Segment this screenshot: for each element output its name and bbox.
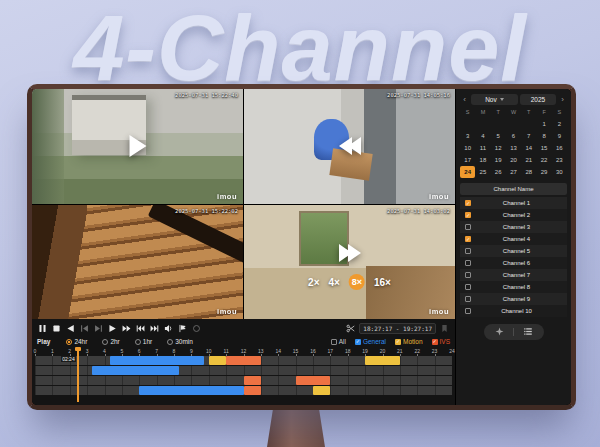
range-option-24hr[interactable]: 24hr: [66, 338, 87, 345]
recording-segment-general[interactable]: [92, 366, 179, 375]
calendar-day-12[interactable]: 12: [491, 142, 506, 154]
channel-row[interactable]: ✓Channel 2: [460, 209, 567, 221]
recording-segment-motion[interactable]: [209, 356, 226, 365]
prev-frame-button-icon[interactable]: [79, 323, 90, 334]
recording-segment-general[interactable]: [139, 386, 243, 395]
checkbox-icon[interactable]: [331, 339, 337, 345]
radio-icon[interactable]: [167, 339, 173, 345]
recording-segment-motion[interactable]: [365, 356, 400, 365]
range-option-30min[interactable]: 30min: [167, 338, 193, 345]
calendar-day-10[interactable]: 10: [460, 142, 475, 154]
camera-feed-4[interactable]: 2025-07-31 14:03:02 2×4×8×16× imou: [244, 205, 455, 320]
filter-motion[interactable]: ✓Motion: [395, 338, 423, 345]
fast-forward-button-icon[interactable]: [121, 323, 132, 334]
list-view-icon[interactable]: [523, 327, 533, 337]
calendar-day-1[interactable]: 1: [536, 118, 551, 130]
channel-row[interactable]: Channel 3: [460, 221, 567, 233]
speed-option-2×[interactable]: 2×: [308, 277, 319, 288]
radio-icon[interactable]: [66, 339, 72, 345]
stop-button-icon[interactable]: [51, 323, 62, 334]
calendar-day-29[interactable]: 29: [536, 166, 551, 178]
calendar-day-14[interactable]: 14: [521, 142, 536, 154]
calendar-day-28[interactable]: 28: [521, 166, 536, 178]
calendar-day-19[interactable]: 19: [491, 154, 506, 166]
filter-all[interactable]: All: [331, 338, 346, 345]
calendar-day-27[interactable]: 27: [506, 166, 521, 178]
channel-row[interactable]: Channel 7: [460, 269, 567, 281]
skip-end-button-icon[interactable]: [149, 323, 160, 334]
tag-button-icon[interactable]: [177, 323, 188, 334]
calendar-day-15[interactable]: 15: [536, 142, 551, 154]
channel-row[interactable]: Channel 6: [460, 257, 567, 269]
camera-feed-3[interactable]: 2025-07-31 15:22:02 imou: [32, 205, 243, 320]
timeline-playhead[interactable]: 02:24: [77, 348, 79, 402]
calendar-day-20[interactable]: 20: [506, 154, 521, 166]
calendar-day-2[interactable]: 2: [552, 118, 567, 130]
save-clip-icon[interactable]: [439, 323, 450, 334]
next-frame-button-icon[interactable]: [93, 323, 104, 334]
range-option-2hr[interactable]: 2hr: [102, 338, 119, 345]
calendar-day-3[interactable]: 3: [460, 130, 475, 142]
calendar-day-16[interactable]: 16: [552, 142, 567, 154]
channel-row[interactable]: ✓Channel 1: [460, 197, 567, 209]
calendar-day-22[interactable]: 22: [536, 154, 551, 166]
play-button-icon[interactable]: [107, 323, 118, 334]
pause-button-icon[interactable]: [37, 323, 48, 334]
fast-forward-overlay-icon[interactable]: [339, 244, 361, 262]
radio-icon[interactable]: [102, 339, 108, 345]
recording-segment-ivs[interactable]: [226, 356, 261, 365]
filter-ivs[interactable]: ✓IVS: [432, 338, 450, 345]
clip-time-range[interactable]: 18:27:17 - 19:27:17: [359, 323, 436, 334]
channel-row[interactable]: ✓Channel 4: [460, 233, 567, 245]
calendar-day-25[interactable]: 25: [475, 166, 490, 178]
range-option-1hr[interactable]: 1hr: [135, 338, 152, 345]
smart-search-icon[interactable]: [495, 327, 504, 337]
play-reverse-button-icon[interactable]: [65, 323, 76, 334]
speed-option-4×[interactable]: 4×: [329, 277, 340, 288]
timeline[interactable]: 0123456789101112131415161718192021222324…: [35, 348, 452, 402]
play-overlay-icon[interactable]: [129, 135, 146, 157]
recording-segment-motion[interactable]: [313, 386, 330, 395]
camera-feed-1[interactable]: 2025-07-31 15:22:40 imou: [32, 89, 243, 204]
calendar-day-6[interactable]: 6: [506, 130, 521, 142]
calendar-day-26[interactable]: 26: [491, 166, 506, 178]
year-select[interactable]: 2025: [520, 94, 556, 105]
volume-button-icon[interactable]: [163, 323, 174, 334]
skip-start-button-icon[interactable]: [135, 323, 146, 334]
calendar-day-17[interactable]: 17: [460, 154, 475, 166]
calendar-day-11[interactable]: 11: [475, 142, 490, 154]
calendar-day-23[interactable]: 23: [552, 154, 567, 166]
calendar-day-4[interactable]: 4: [475, 130, 490, 142]
calendar-day-9[interactable]: 9: [552, 130, 567, 142]
filter-general[interactable]: ✓General: [355, 338, 386, 345]
recording-segment-ivs[interactable]: [244, 376, 261, 385]
calendar-day-5[interactable]: 5: [491, 130, 506, 142]
snapshot-button-icon[interactable]: [191, 323, 202, 334]
radio-icon[interactable]: [135, 339, 141, 345]
checkbox-icon[interactable]: ✓: [432, 339, 438, 345]
calendar-day-30[interactable]: 30: [552, 166, 567, 178]
next-month-button[interactable]: ›: [558, 95, 567, 105]
timeline-track-channel-1[interactable]: [35, 356, 452, 365]
calendar-day-8[interactable]: 8: [536, 130, 551, 142]
rewind-overlay-icon[interactable]: [339, 137, 361, 155]
speed-option-16×[interactable]: 16×: [374, 277, 391, 288]
timeline-track-channel-3[interactable]: [35, 376, 452, 385]
clip-scissors-icon[interactable]: [345, 323, 356, 334]
prev-month-button[interactable]: ‹: [460, 95, 469, 105]
recording-segment-general[interactable]: [110, 356, 204, 365]
checkbox-icon[interactable]: ✓: [355, 339, 361, 345]
calendar-day-13[interactable]: 13: [506, 142, 521, 154]
calendar-day-18[interactable]: 18: [475, 154, 490, 166]
speed-option-8×[interactable]: 8×: [349, 274, 365, 290]
calendar-day-24[interactable]: 24: [460, 166, 475, 178]
month-select[interactable]: Nov: [471, 94, 518, 105]
checkbox-icon[interactable]: ✓: [395, 339, 401, 345]
recording-segment-ivs[interactable]: [296, 376, 331, 385]
channel-row[interactable]: Channel 9: [460, 293, 567, 305]
recording-segment-ivs[interactable]: [244, 386, 261, 395]
channel-row[interactable]: Channel 8: [460, 281, 567, 293]
camera-feed-2[interactable]: 2025-07-31 14:05:16 imou: [244, 89, 455, 204]
channel-row[interactable]: Channel 5: [460, 245, 567, 257]
calendar-day-21[interactable]: 21: [521, 154, 536, 166]
